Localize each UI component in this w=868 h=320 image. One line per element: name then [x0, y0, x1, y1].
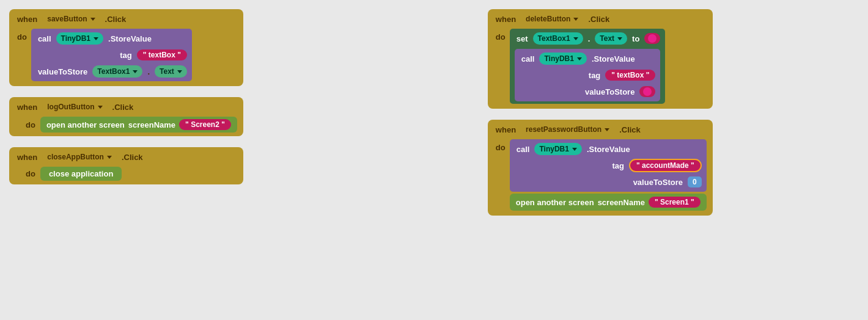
tag-label-reset: tag [610, 161, 626, 170]
screenname-label-logout: screenName [128, 120, 175, 129]
when-row-reset: when resetPasswordButton .Click [491, 122, 709, 137]
click-label-logout: .Click [111, 103, 136, 112]
text-prop-pill-save[interactable]: Text [155, 65, 187, 78]
when-label-closeapp: when [15, 153, 39, 162]
empty-val-delete [644, 33, 660, 44]
do-label-logout: do [24, 120, 37, 129]
when-label-delete: when [494, 15, 518, 24]
method-label-delete: .StoreValue [590, 54, 637, 64]
when-label-logout: when [15, 103, 39, 112]
closeapp-dropdown[interactable] [107, 156, 112, 159]
reset-button-pill[interactable]: resetPasswordButton [521, 123, 614, 136]
close-application-block: close application [40, 167, 122, 181]
tinydb-pill-delete[interactable]: TinyDB1 [539, 53, 586, 65]
tinydb-dropdown-reset[interactable] [572, 148, 577, 151]
tag-row-delete: tag textBox [520, 68, 656, 82]
do-section-save: do call TinyDB1 .StoreValue tag [13, 27, 240, 82]
dot-delete: . [586, 34, 592, 43]
open-screen-block-reset: open another screen screenName Screen1 [510, 194, 707, 211]
save-button-pill[interactable]: saveButton [42, 13, 100, 25]
reset-inner-wrapper: call TinyDB1 .StoreValue tag accountMade [510, 139, 707, 211]
tag-row-save: tag textBox [36, 48, 187, 62]
do-label-reset: do [494, 139, 507, 152]
delete-button-block: when deleteButton .Click do set TextBox1 [488, 9, 713, 109]
screen1-pill-reset: Screen1 [649, 197, 701, 208]
tag-value-save: textBox [137, 49, 187, 60]
click-label-save: .Click [103, 15, 128, 24]
valuetostore-label-delete: valueToStore [583, 87, 636, 96]
call-row-save: call TinyDB1 .StoreValue [36, 31, 187, 46]
click-label-delete: .Click [586, 15, 611, 24]
when-row-save: when saveButton .Click [13, 12, 240, 26]
text-prop-pill-delete[interactable]: Text [595, 32, 627, 45]
empty-circle2-delete [643, 87, 652, 96]
reset-dropdown[interactable] [605, 128, 609, 131]
tinydb-store-delete: call TinyDB1 .StoreValue tag textBox [515, 49, 661, 101]
when-label-save: when [15, 15, 39, 24]
number-value-reset: 0 [688, 176, 702, 187]
text-prop-dropdown-save[interactable] [177, 70, 182, 73]
textbox1-pill-delete[interactable]: TextBox1 [533, 32, 583, 45]
dot-save: . [145, 67, 152, 76]
when-row-closeapp: when closeAppButton .Click [13, 150, 240, 164]
tag-value-reset: accountMade [629, 159, 702, 172]
right-column: when deleteButton .Click do set TextBox1 [488, 9, 713, 216]
tinydb-store-reset: call TinyDB1 .StoreValue tag accountMade [510, 139, 707, 192]
open-label-reset: open another screen [516, 198, 594, 207]
call-label-delete: call [520, 54, 537, 64]
delete-dropdown[interactable] [573, 18, 578, 21]
closeapp-button-block: when closeAppButton .Click do close appl… [9, 147, 243, 184]
tag-label-delete: tag [587, 71, 603, 80]
screenname-label-reset: screenName [598, 198, 645, 207]
left-column: when saveButton .Click do call TinyDB1 [9, 9, 243, 216]
valuetostore-row-save: valueToStore TextBox1 . Text [36, 64, 187, 79]
set-row-delete: set TextBox1 . Text to [515, 31, 661, 46]
textbox1-pill-save[interactable]: TextBox1 [92, 65, 142, 78]
save-button-dropdown[interactable] [90, 18, 95, 21]
do-label-save: do [15, 29, 29, 42]
call-row-reset: call TinyDB1 .StoreValue [515, 142, 702, 156]
closeapp-button-pill[interactable]: closeAppButton [42, 151, 117, 163]
logout-button-block: when logOutButton .Click do open another… [9, 97, 243, 136]
call-row-delete: call TinyDB1 .StoreValue [520, 51, 656, 66]
delete-inner-block: set TextBox1 . Text to [510, 29, 666, 104]
logout-button-pill[interactable]: logOutButton [42, 101, 107, 113]
method-label-reset: .StoreValue [585, 145, 632, 154]
do-label-delete: do [494, 29, 507, 42]
do-label-closeapp: do [24, 169, 37, 178]
empty-circle-delete [648, 34, 657, 43]
logout-dropdown[interactable] [98, 106, 103, 109]
tinydb-pill-reset[interactable]: TinyDB1 [534, 143, 581, 155]
close-label: close application [49, 169, 113, 178]
when-row-delete: when deleteButton .Click [491, 12, 709, 26]
canvas: when saveButton .Click do call TinyDB1 [9, 9, 859, 216]
method-label-save: .StoreValue [106, 34, 153, 43]
click-label-reset: .Click [617, 125, 642, 134]
click-label-closeapp: .Click [120, 153, 145, 162]
to-label-delete: to [630, 34, 641, 43]
valuetostore-row-delete: valueToStore [520, 84, 656, 99]
set-label-delete: set [515, 34, 530, 43]
valuetostore-label-save: valueToStore [36, 67, 89, 76]
textbox1-dropdown-save[interactable] [133, 70, 138, 73]
when-label-reset: when [494, 125, 518, 134]
textbox1-dropdown-delete[interactable] [573, 37, 578, 40]
text-prop-dropdown-delete[interactable] [617, 37, 622, 40]
tag-value-delete: textBox [605, 70, 655, 81]
call-label-save: call [36, 34, 53, 43]
do-section-reset: do call TinyDB1 .StoreValue tag [491, 138, 709, 212]
do-section-delete: do set TextBox1 . Text [491, 27, 709, 105]
save-button-block: when saveButton .Click do call TinyDB1 [9, 9, 243, 86]
do-row-logout: do open another screen screenName Screen… [13, 115, 240, 134]
do-row-closeapp: do close application [13, 165, 240, 182]
tinydb-pill-save[interactable]: TinyDB1 [56, 32, 103, 45]
call-label-reset: call [515, 145, 532, 154]
valuetostore-label-reset: valueToStore [631, 178, 685, 187]
open-label-logout: open another screen [46, 120, 125, 129]
tinydb-dropdown-save[interactable] [94, 37, 98, 40]
screen2-pill-logout: Screen2 [179, 119, 231, 130]
tinydb-dropdown-delete[interactable] [577, 57, 582, 60]
valuetostore-row-reset: valueToStore 0 [515, 175, 702, 189]
empty-val2-delete [639, 86, 655, 97]
delete-button-pill[interactable]: deleteButton [521, 13, 583, 25]
